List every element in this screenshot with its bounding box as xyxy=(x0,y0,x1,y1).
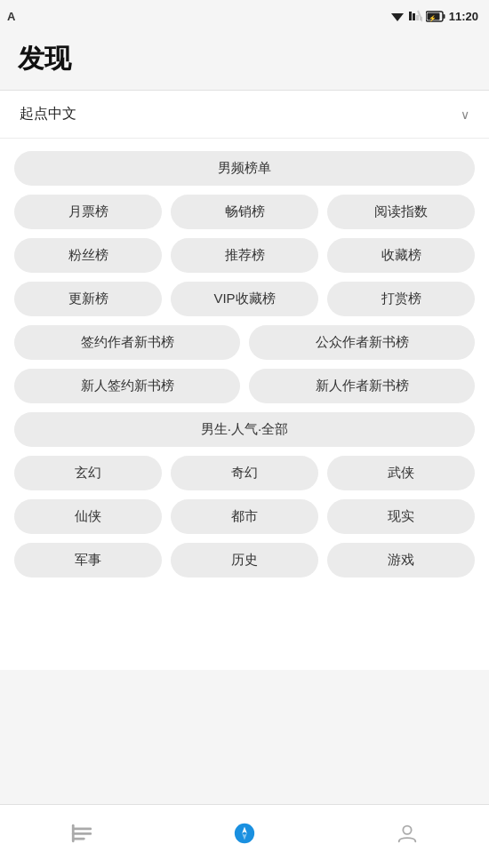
tag-military[interactable]: 军事 xyxy=(14,543,162,577)
tag-row-5: 新人签约新书榜 新人作者新书榜 xyxy=(14,369,475,403)
bottom-nav xyxy=(0,804,489,868)
nav-item-bookshelf[interactable] xyxy=(0,805,163,868)
tag-reading-index[interactable]: 阅读指数 xyxy=(327,195,475,229)
svg-rect-7 xyxy=(443,14,445,19)
tag-recommend[interactable]: 推荐榜 xyxy=(171,238,318,273)
tag-game[interactable]: 游戏 xyxy=(327,543,475,577)
svg-rect-10 xyxy=(72,827,92,830)
status-network-icon: A xyxy=(7,10,15,23)
bookshelf-icon xyxy=(70,822,93,850)
svg-text:⚡: ⚡ xyxy=(429,14,437,22)
tag-vip-favorites[interactable]: VIP收藏榜 xyxy=(171,282,318,316)
svg-point-14 xyxy=(235,823,254,842)
main-content: 起点中文 ∨ 男频榜单 月票榜 畅销榜 阅读指数 粉丝榜 推荐榜 收藏榜 更新榜… xyxy=(0,91,489,670)
tag-male-popular-all[interactable]: 男生·人气·全部 xyxy=(14,412,475,447)
tag-reward[interactable]: 打赏榜 xyxy=(327,282,475,316)
svg-rect-11 xyxy=(72,832,92,835)
nav-item-profile[interactable] xyxy=(326,805,489,868)
svg-rect-1 xyxy=(409,12,412,20)
tag-row-0: 男频榜单 xyxy=(14,151,475,186)
tag-qihuan[interactable]: 奇幻 xyxy=(171,456,318,490)
tag-row-1: 月票榜 畅销榜 阅读指数 xyxy=(14,195,475,229)
wifi-icon xyxy=(390,10,405,22)
tag-update[interactable]: 更新榜 xyxy=(14,282,162,316)
tag-favorites[interactable]: 收藏榜 xyxy=(327,238,475,273)
tag-row-9: 军事 历史 游戏 xyxy=(14,543,475,577)
tag-xuanhuan[interactable]: 玄幻 xyxy=(14,456,162,490)
svg-rect-3 xyxy=(416,15,419,20)
source-dropdown[interactable]: 起点中文 ∨ xyxy=(0,91,489,139)
tag-male-ranking[interactable]: 男频榜单 xyxy=(14,151,475,186)
tag-row-4: 签约作者新书榜 公众作者新书榜 xyxy=(14,325,475,360)
tag-xianxia[interactable]: 仙侠 xyxy=(14,499,162,534)
tag-fans[interactable]: 粉丝榜 xyxy=(14,238,162,273)
chevron-down-icon: ∨ xyxy=(461,108,469,122)
svg-marker-0 xyxy=(391,13,404,21)
tag-newbie-author-new[interactable]: 新人作者新书榜 xyxy=(249,369,475,403)
tag-row-2: 粉丝榜 推荐榜 收藏榜 xyxy=(14,238,475,273)
svg-point-17 xyxy=(404,825,412,833)
time-display: 11:20 xyxy=(449,10,478,23)
profile-icon xyxy=(396,822,419,850)
tag-bestseller[interactable]: 畅销榜 xyxy=(171,195,318,229)
dropdown-label: 起点中文 xyxy=(20,105,76,123)
page-header: 发现 xyxy=(0,32,489,91)
tag-wuxia[interactable]: 武侠 xyxy=(327,456,475,490)
tag-signed-author-new[interactable]: 签约作者新书榜 xyxy=(14,325,240,360)
battery-icon: ⚡ xyxy=(426,11,445,22)
page-title: 发现 xyxy=(18,41,471,77)
tag-newbie-signed-new[interactable]: 新人签约新书榜 xyxy=(14,369,240,403)
tag-history[interactable]: 历史 xyxy=(171,543,318,577)
signal-icon xyxy=(408,10,422,22)
tag-monthly-ticket[interactable]: 月票榜 xyxy=(14,195,162,229)
tags-section: 男频榜单 月票榜 畅销榜 阅读指数 粉丝榜 推荐榜 收藏榜 更新榜 VIP收藏榜… xyxy=(0,139,489,599)
tag-reality[interactable]: 现实 xyxy=(327,499,475,534)
compass-icon xyxy=(233,822,256,850)
tag-row-6: 男生·人气·全部 xyxy=(14,412,475,447)
tag-public-author-new[interactable]: 公众作者新书榜 xyxy=(249,325,475,360)
status-bar: A ⚡ 11:20 xyxy=(0,0,489,32)
status-bar-right: ⚡ 11:20 xyxy=(390,10,478,23)
nav-item-discover[interactable] xyxy=(163,805,325,868)
tag-row-7: 玄幻 奇幻 武侠 xyxy=(14,456,475,490)
svg-rect-2 xyxy=(413,13,415,20)
tag-row-3: 更新榜 VIP收藏榜 打赏榜 xyxy=(14,282,475,316)
tag-urban[interactable]: 都市 xyxy=(171,499,318,534)
svg-rect-13 xyxy=(72,824,75,841)
tag-row-8: 仙侠 都市 现实 xyxy=(14,499,475,534)
